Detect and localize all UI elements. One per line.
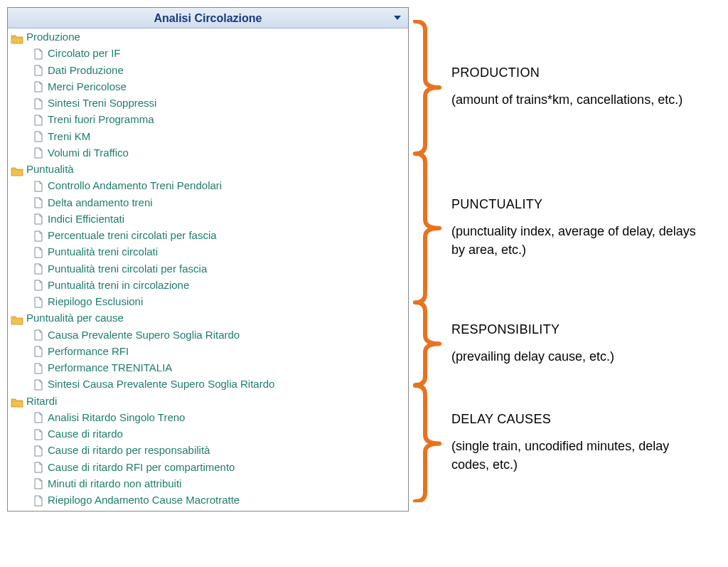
tree-item-label: Percentuale treni circolati per fascia: [48, 227, 217, 243]
tree-item[interactable]: Percentuale treni circolati per fascia: [11, 227, 408, 243]
tree-item[interactable]: Treni KM: [11, 128, 408, 144]
file-icon: [33, 130, 43, 142]
tree-folder-label: Produzione: [26, 28, 80, 45]
callout-desc: (prevailing delay cause, etc.): [451, 347, 707, 366]
tree-item[interactable]: Cause di ritardo RFI per compartimento: [11, 459, 408, 475]
tree-item[interactable]: Cause di ritardo: [11, 425, 408, 442]
file-icon: [33, 213, 43, 224]
file-icon: [33, 494, 43, 506]
callout-desc: (single train, uncodified minutes, delay…: [451, 437, 707, 474]
tree-item[interactable]: Causa Prevalente Supero Soglia Ritardo: [11, 327, 408, 343]
folder-icon: [11, 32, 23, 42]
tree-folder[interactable]: Puntualità: [11, 161, 408, 177]
tree-item[interactable]: Cause di ritardo per responsabilità: [11, 442, 408, 458]
tree-item[interactable]: Sintesi Treni Soppressi: [11, 95, 408, 111]
tree-item-label: Sintesi Treni Soppressi: [48, 95, 156, 111]
tree-header-title: Analisi Circolazione: [154, 12, 262, 24]
tree-folder-label: Puntualità: [26, 161, 74, 177]
tree-item[interactable]: Riepilogo Esclusioni: [11, 293, 408, 309]
file-icon: [33, 428, 43, 440]
callout-title: DELAY CAUSES: [451, 412, 707, 427]
tree-folder-label: Ritardi: [26, 393, 57, 409]
callout-responsibility: RESPONSIBILITY (prevailing delay cause, …: [451, 322, 707, 366]
tree-item-label: Controllo Andamento Treni Pendolari: [48, 177, 222, 194]
brace-punctuality: [410, 152, 442, 304]
tree-item-label: Treni fuori Programma: [48, 111, 154, 127]
file-icon: [33, 461, 43, 472]
file-icon: [33, 147, 43, 158]
callout-title: PUNCTUALITY: [451, 197, 707, 212]
tree-folder[interactable]: Produzione: [11, 28, 408, 45]
tree-item-label: Cause di ritardo: [48, 425, 123, 442]
tree-item[interactable]: Analisi Ritardo Singolo Treno: [11, 409, 408, 425]
chevron-down-icon: [394, 16, 401, 20]
tree-item-label: Treni KM: [48, 128, 90, 144]
tree-item-label: Dati Produzione: [48, 62, 124, 78]
tree-folder[interactable]: Ritardi: [11, 393, 408, 409]
tree-item[interactable]: Circolato per IF: [11, 45, 408, 61]
tree-item-label: Minuti di ritardo non attribuiti: [48, 475, 181, 492]
tree-item[interactable]: Sintesi Causa Prevalente Supero Soglia R…: [11, 376, 408, 392]
tree-item[interactable]: Indici Efficientati: [11, 211, 408, 227]
tree-item-label: Sintesi Causa Prevalente Supero Soglia R…: [48, 376, 274, 392]
tree-item[interactable]: Minuti di ritardo non attribuiti: [11, 475, 408, 492]
tree-item-label: Puntualità treni circolati: [48, 243, 158, 260]
tree-item-label: Puntualità treni in circolazione: [48, 277, 189, 293]
callout-desc: (amount of trains*km, cancellations, etc…: [451, 90, 707, 109]
report-tree-panel: Analisi Circolazione Produzione Circolat…: [7, 7, 409, 512]
tree-item[interactable]: Riepilogo Andamento Cause Macrotratte: [11, 492, 408, 508]
tree-item-label: Volumi di Traffico: [48, 144, 129, 161]
callout-title: PRODUCTION: [451, 65, 707, 80]
tree-folder[interactable]: Puntualità per cause: [11, 309, 408, 326]
callout-production: PRODUCTION (amount of trains*km, cancell…: [451, 65, 707, 109]
tree-item[interactable]: Dati Produzione: [11, 62, 408, 78]
tree-item-label: Indici Efficientati: [48, 211, 124, 227]
file-icon: [33, 296, 43, 307]
tree-item-label: Analisi Ritardo Singolo Treno: [48, 409, 185, 425]
tree-item[interactable]: Performance RFI: [11, 343, 408, 359]
file-icon: [33, 114, 43, 125]
file-icon: [33, 263, 43, 274]
tree-item[interactable]: Controllo Andamento Treni Pendolari: [11, 177, 408, 194]
tree-item-label: Riepilogo Esclusioni: [48, 293, 143, 309]
file-icon: [33, 477, 43, 489]
tree-item[interactable]: Merci Pericolose: [11, 78, 408, 95]
file-icon: [33, 64, 43, 75]
folder-icon: [11, 164, 23, 174]
tree-item-label: Merci Pericolose: [48, 78, 127, 95]
tree-item[interactable]: Puntualità treni in circolazione: [11, 277, 408, 293]
tree-item-label: Cause di ritardo RFI per compartimento: [48, 459, 235, 475]
tree-header[interactable]: Analisi Circolazione: [8, 8, 408, 28]
tree-item[interactable]: Performance TRENITALIA: [11, 359, 408, 376]
file-icon: [33, 246, 43, 258]
file-icon: [33, 378, 43, 390]
tree-folder-label: Puntualità per cause: [26, 309, 124, 326]
brace-production: [410, 20, 442, 155]
tree-item-label: Performance TRENITALIA: [48, 359, 172, 376]
tree-item-label: Causa Prevalente Supero Soglia Ritardo: [48, 327, 240, 343]
tree-item-label: Riepilogo Andamento Cause Macrotratte: [48, 492, 240, 508]
tree-item-label: Performance RFI: [48, 343, 129, 359]
file-icon: [33, 329, 43, 340]
tree-item[interactable]: Delta andamento treni: [11, 194, 408, 211]
callout-punctuality: PUNCTUALITY (punctuality index, average …: [451, 197, 707, 259]
tree-item[interactable]: Puntualità treni circolati per fascia: [11, 260, 408, 277]
folder-icon: [11, 396, 23, 406]
file-icon: [33, 411, 43, 423]
file-icon: [33, 445, 43, 456]
callout-title: RESPONSIBILITY: [451, 322, 707, 337]
tree-item-label: Circolato per IF: [48, 45, 121, 61]
file-icon: [33, 230, 43, 241]
tree-item[interactable]: Treni fuori Programma: [11, 111, 408, 127]
tree-item[interactable]: Puntualità treni circolati: [11, 243, 408, 260]
brace-delay: [410, 384, 442, 503]
file-icon: [33, 97, 43, 109]
file-icon: [33, 279, 43, 290]
folder-icon: [11, 313, 23, 323]
tree-item[interactable]: Volumi di Traffico: [11, 144, 408, 161]
tree-body: Produzione Circolato per IF Dati Produzi…: [8, 28, 408, 511]
file-icon: [33, 80, 43, 92]
file-icon: [33, 345, 43, 356]
callout-delay: DELAY CAUSES (single train, uncodified m…: [451, 412, 707, 474]
file-icon: [33, 362, 43, 373]
